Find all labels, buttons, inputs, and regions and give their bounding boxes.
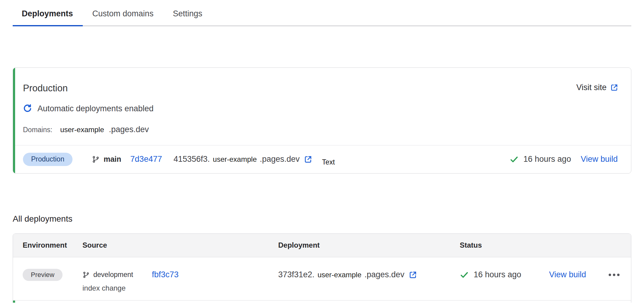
column-header-status: Status (460, 241, 631, 249)
all-deployments-table: Environment Source Deployment Status Pre… (13, 233, 631, 303)
deployment-url-name: user-example (317, 271, 361, 279)
view-build-link[interactable]: View build (549, 270, 586, 279)
deployment-url[interactable]: 373f31e2. user-example .pages.dev (278, 270, 417, 279)
production-card: Production Visit site (13, 67, 631, 174)
production-deployment-row: Production main 7d3e477 415356f3. user-e… (13, 145, 631, 173)
table-header-row: Environment Source Deployment Status (13, 234, 631, 257)
production-card-title: Production (23, 83, 68, 94)
commit-hash-link[interactable]: 7d3e477 (130, 155, 162, 164)
view-build-link[interactable]: View build (581, 155, 618, 164)
git-branch-icon (82, 271, 90, 278)
deployment-time: 16 hours ago (523, 155, 571, 164)
domain-suffix: .pages.dev (109, 125, 149, 134)
auto-deployments-text: Automatic deployments enabled (37, 104, 153, 113)
deployment-status: 16 hours ago (510, 155, 571, 164)
tab-bar: Deployments Custom domains Settings (13, 0, 631, 26)
deployment-url-prefix: 415356f3. (173, 155, 210, 164)
tab-custom-domains[interactable]: Custom domains (83, 9, 163, 26)
deployment-time: 16 hours ago (474, 270, 521, 279)
deployment-status: 16 hours ago (460, 270, 521, 279)
domains-label: Domains: (23, 126, 52, 134)
success-check-icon (510, 155, 519, 164)
success-check-icon (460, 270, 469, 279)
domain-name: user-example (60, 125, 104, 134)
external-link-icon[interactable] (409, 271, 417, 279)
table-row: Preview deve (13, 257, 631, 301)
environment-badge-preview: Preview (23, 269, 63, 281)
branch-name: main (104, 155, 121, 164)
column-header-source: Source (82, 241, 278, 249)
column-header-environment: Environment (13, 241, 82, 249)
pages-project-page: Deployments Custom domains Settings Prod… (0, 0, 644, 306)
environment-badge-production: Production (23, 153, 72, 166)
production-status-bar (13, 68, 15, 173)
tab-deployments[interactable]: Deployments (13, 9, 83, 26)
deployment-url-suffix: .pages.dev (365, 270, 404, 279)
branch-name: development (93, 271, 133, 279)
deployment-url-prefix: 373f31e2. (278, 270, 314, 279)
row-options-menu-icon[interactable] (608, 271, 620, 278)
column-header-deployment: Deployment (278, 241, 460, 249)
deployment-url[interactable]: 415356f3. user-example .pages.dev (173, 155, 312, 164)
all-deployments-heading: All deployments (13, 214, 644, 224)
tab-settings[interactable]: Settings (163, 9, 212, 26)
branch-group: main (92, 155, 121, 164)
deployment-url-name: user-example (213, 155, 257, 164)
visit-site-link[interactable]: Visit site (576, 83, 618, 92)
git-branch-icon (92, 155, 100, 163)
next-row-status-bar (13, 301, 15, 303)
deployment-url-suffix: .pages.dev (260, 155, 300, 164)
commit-hash-link[interactable]: fbf3c73 (152, 270, 179, 279)
external-link-icon (610, 83, 618, 92)
text-annotation: Text (322, 158, 335, 166)
visit-site-label: Visit site (576, 83, 607, 92)
branch-group: development (82, 271, 133, 279)
commit-message: index change (82, 284, 278, 292)
refresh-icon (23, 104, 32, 113)
external-link-icon[interactable] (304, 155, 312, 164)
